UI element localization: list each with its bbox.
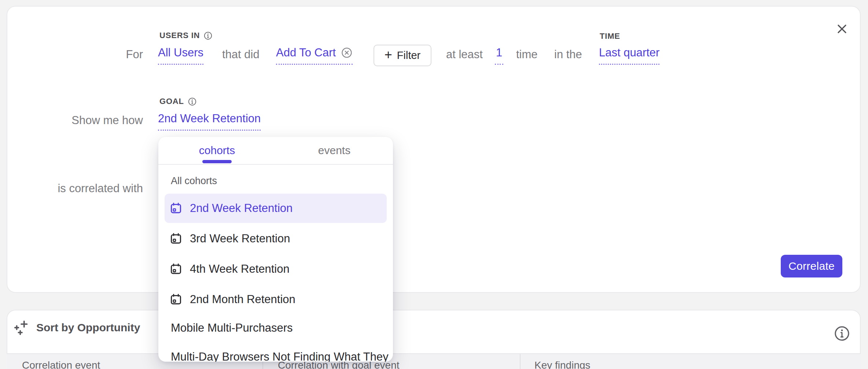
goal-label-text: GOAL <box>159 97 184 106</box>
event-selector[interactable]: Add To Cart <box>276 46 353 65</box>
list-item-mobile-multi-purchasers[interactable]: Mobile Multi-Purchasers <box>165 313 387 343</box>
sort-by-opportunity-label: Sort by Opportunity <box>36 321 140 334</box>
goal-label: GOAL <box>159 97 197 106</box>
cohort-selector[interactable]: All Users <box>158 46 203 65</box>
time-range-selector[interactable]: Last quarter <box>599 46 659 65</box>
at-least-text: at least <box>446 48 483 61</box>
show-me-how-text: Show me how <box>55 114 143 127</box>
sparkle-plus-icon <box>14 319 30 336</box>
sort-by-opportunity-button[interactable]: Sort by Opportunity <box>14 319 140 336</box>
info-icon <box>834 325 850 342</box>
list-item-4th-week-retention[interactable]: 4th Week Retention <box>165 254 387 284</box>
cohort-selector-value: All Users <box>158 46 203 59</box>
time-text: time <box>516 48 538 61</box>
list-item-label: 2nd Week Retention <box>190 202 293 215</box>
active-tab-indicator <box>202 160 232 163</box>
column-header-correlation-event: Correlation event <box>22 359 100 369</box>
for-text: For <box>110 48 143 61</box>
time-label: TIME <box>600 31 620 41</box>
in-the-text: in the <box>554 48 582 61</box>
users-in-label: USERS IN <box>159 31 213 40</box>
count-selector[interactable]: 1 <box>495 46 503 65</box>
list-item-label: 2nd Month Retention <box>190 293 295 306</box>
tab-events[interactable]: events <box>276 137 393 164</box>
results-table-header-row: Correlation event Correlation with goal … <box>7 353 861 369</box>
close-icon <box>836 23 848 35</box>
that-did-text: that did <box>222 48 260 61</box>
users-in-label-text: USERS IN <box>159 31 200 40</box>
add-filter-label: Filter <box>397 49 420 61</box>
calendar-icon <box>170 202 182 215</box>
column-header-key-findings: Key findings <box>534 359 591 369</box>
list-item-multi-day-browsers[interactable]: Multi-Day Browsers Not Finding What They <box>165 342 387 362</box>
dropdown-tabs: cohorts events <box>158 137 393 165</box>
list-item-label: Multi-Day Browsers Not Finding What They <box>171 350 389 362</box>
calendar-icon <box>170 263 182 275</box>
add-filter-button[interactable]: + Filter <box>374 45 431 66</box>
list-item-label: 4th Week Retention <box>190 262 290 276</box>
info-icon <box>203 31 213 40</box>
list-item-2nd-month-retention[interactable]: 2nd Month Retention <box>165 285 387 314</box>
event-selector-value: Add To Cart <box>276 46 336 59</box>
calendar-icon <box>170 293 182 306</box>
close-button[interactable] <box>834 20 850 37</box>
time-range-value: Last quarter <box>599 46 659 59</box>
info-icon <box>188 97 197 106</box>
is-correlated-with-text: is correlated with <box>37 182 143 195</box>
list-item-2nd-week-retention[interactable]: 2nd Week Retention <box>165 194 387 223</box>
column-divider <box>520 354 521 369</box>
goal-selector[interactable]: 2nd Week Retention <box>158 112 261 131</box>
correlate-button[interactable]: Correlate <box>781 255 842 277</box>
list-item-3rd-week-retention[interactable]: 3rd Week Retention <box>165 224 387 253</box>
results-info-button[interactable] <box>833 324 851 343</box>
dropdown-section-label: All cohorts <box>171 175 217 187</box>
list-item-label: Mobile Multi-Purchasers <box>171 321 293 335</box>
calendar-icon <box>170 232 182 245</box>
goal-selector-dropdown: cohorts events All cohorts 2nd Week Rete… <box>158 137 393 362</box>
goal-selector-value: 2nd Week Retention <box>158 112 261 125</box>
plus-icon: + <box>385 48 392 61</box>
circle-x-icon[interactable] <box>341 47 353 59</box>
count-value: 1 <box>496 46 502 59</box>
correlation-query-page: USERS IN For All Users that did Add To C… <box>0 0 868 369</box>
list-item-label: 3rd Week Retention <box>190 232 290 245</box>
